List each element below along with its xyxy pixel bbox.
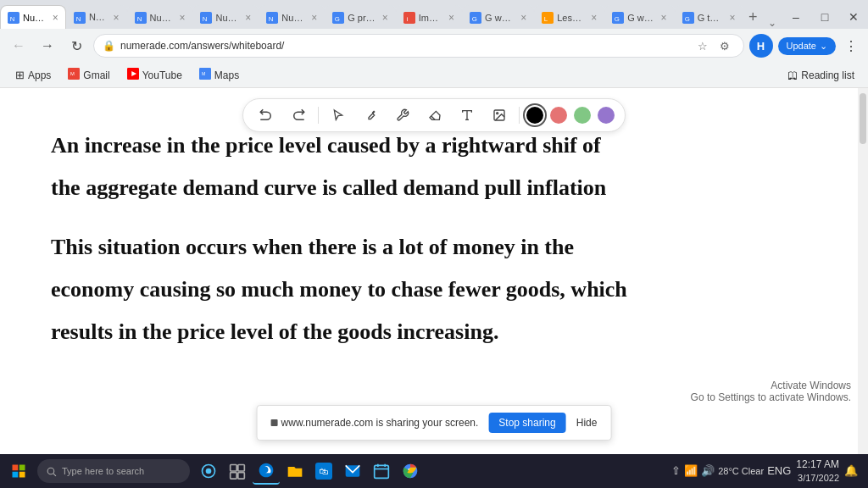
tab-3[interactable]: N Nume... × [127, 5, 193, 29]
pen-tool-button[interactable] [358, 103, 383, 128]
taskbar-chrome-icon[interactable] [397, 458, 424, 485]
forward-button[interactable]: → [36, 34, 59, 58]
color-green[interactable] [574, 107, 591, 124]
eraser-button[interactable] [422, 103, 448, 128]
hide-button[interactable]: Hide [576, 417, 598, 429]
svg-rect-33 [13, 465, 19, 471]
bookmarks-bar: ⊞ Apps M Gmail YouTube M Maps 🕮 Reading … [0, 63, 868, 88]
bookmark-youtube[interactable]: YouTube [120, 66, 189, 84]
svg-text:M: M [70, 71, 75, 76]
taskbar-explorer-icon[interactable] [281, 458, 309, 485]
notifications-icon[interactable]: 🔔 [844, 464, 858, 477]
tab-5-close[interactable]: × [311, 12, 317, 24]
tray-volume-icon[interactable]: 🔊 [701, 464, 715, 477]
taskbar-store-icon[interactable]: 🛍 [310, 458, 337, 485]
bookmark-youtube-label: YouTube [142, 69, 182, 81]
svg-rect-42 [238, 465, 245, 472]
tab-4[interactable]: N Nume... × [192, 5, 259, 29]
taskbar-right: ⇧ 📶 🔊 28°C Clear ENG 12:17 AM 3/17/2022 … [671, 458, 865, 484]
tab-6[interactable]: G G profit... × [325, 5, 396, 29]
tab-4-close[interactable]: × [245, 12, 251, 24]
profile-button[interactable]: H [749, 34, 773, 58]
color-red[interactable] [550, 107, 567, 124]
taskbar-edge-icon[interactable] [253, 458, 280, 485]
tab-6-label: G profit... [348, 13, 376, 23]
tab-11-close[interactable]: × [730, 12, 736, 24]
update-button[interactable]: Update ⌄ [778, 37, 836, 55]
tab-overflow-button[interactable]: ⌄ [763, 17, 782, 29]
tab-9[interactable]: L Lesson... × [534, 5, 604, 29]
minimize-button[interactable]: – [782, 5, 810, 29]
address-bar-row: ← → ↻ 🔒 numerade.com/answers/whiteboard/… [0, 29, 868, 63]
toolbar-divider-2 [519, 107, 520, 124]
tray-up-arrow[interactable]: ⇧ [671, 464, 681, 477]
taskbar: 🛍 ⇧ 📶 🔊 28°C Clear ENG 12:17 AM [0, 454, 868, 488]
tab-6-close[interactable]: × [382, 12, 388, 24]
start-button[interactable] [3, 456, 34, 486]
close-button[interactable]: ✕ [839, 5, 868, 29]
tab-1[interactable]: N Nume... × [0, 5, 66, 29]
tab-8[interactable]: G G when... × [462, 5, 534, 29]
text-tool-button[interactable] [454, 103, 480, 128]
clock[interactable]: 12:17 AM 3/17/2022 [796, 458, 839, 484]
select-tool-button[interactable] [326, 103, 351, 128]
reading-list-button[interactable]: 🕮 Reading list [782, 68, 860, 83]
toolbar-divider-1 [318, 107, 319, 124]
tab-2-close[interactable]: × [114, 12, 120, 24]
bookmark-maps[interactable]: M Maps [192, 66, 246, 84]
tab-9-label: Lesson... [557, 13, 584, 23]
tray-battery-icon[interactable]: 28°C Clear [718, 466, 764, 476]
taskbar-cortana-icon[interactable] [195, 458, 222, 485]
tab-11[interactable]: G G the t... × [675, 5, 743, 29]
maps-icon: M [199, 68, 211, 82]
tools-button[interactable] [390, 103, 415, 128]
system-tray-icons: ⇧ 📶 🔊 28°C Clear ENG [671, 464, 791, 477]
screen-share-bar: www.numerade.com is sharing your screen.… [257, 405, 612, 441]
address-text: numerade.com/answers/whiteboard/ [120, 40, 687, 52]
tab-10-close[interactable]: × [661, 12, 667, 24]
reading-list-icon: 🕮 [787, 69, 798, 81]
tab-9-close[interactable]: × [591, 12, 597, 24]
tab-7[interactable]: i Impac... × [396, 5, 462, 29]
undo-button[interactable] [253, 103, 279, 128]
browser-frame: N Nume... × N N...🔴 × N Nume... × N Nume… [0, 0, 868, 488]
youtube-icon [127, 68, 139, 82]
tab-3-close[interactable]: × [179, 12, 185, 24]
svg-point-32 [497, 113, 498, 114]
stop-sharing-button[interactable]: Stop sharing [488, 413, 565, 433]
extension-icon[interactable]: ⚙ [715, 36, 735, 56]
color-purple[interactable] [598, 107, 615, 124]
taskbar-task-view-icon[interactable] [224, 458, 251, 485]
image-tool-button[interactable] [487, 103, 512, 128]
new-tab-button[interactable]: + [743, 5, 763, 29]
maximize-button[interactable]: □ [810, 5, 839, 29]
bookmark-apps[interactable]: ⊞ Apps [8, 67, 58, 83]
tab-5[interactable]: N Nume... × [259, 5, 325, 29]
svg-point-37 [47, 468, 54, 474]
refresh-button[interactable]: ↻ [64, 34, 88, 58]
back-button[interactable]: ← [7, 34, 31, 58]
taskbar-search[interactable] [37, 459, 190, 483]
tray-network-icon[interactable]: 📶 [684, 464, 698, 477]
scrollbar-thumb[interactable] [860, 93, 866, 144]
svg-rect-35 [13, 472, 19, 478]
taskbar-search-input[interactable] [62, 466, 172, 476]
tab-8-close[interactable]: × [520, 12, 526, 24]
taskbar-mail-icon[interactable] [339, 458, 366, 485]
tray-language-icon[interactable]: ENG [767, 464, 791, 477]
svg-text:N: N [203, 14, 208, 22]
color-black[interactable] [526, 107, 543, 124]
scrollbar[interactable] [858, 88, 868, 454]
tab-10[interactable]: G G what... × [604, 5, 674, 29]
browser-menu-button[interactable]: ⋮ [841, 36, 861, 56]
taskbar-calendar-icon[interactable] [368, 458, 395, 485]
tab-1-close[interactable]: × [53, 12, 58, 24]
address-box[interactable]: 🔒 numerade.com/answers/whiteboard/ ☆ ⚙ [93, 34, 744, 58]
tab-7-close[interactable]: × [448, 12, 454, 24]
svg-point-40 [206, 469, 212, 474]
tab-2[interactable]: N N...🔴 × [66, 5, 127, 29]
redo-button[interactable] [286, 103, 311, 128]
bookmark-page-icon[interactable]: ☆ [693, 36, 713, 56]
bookmark-gmail[interactable]: M Gmail [61, 66, 116, 84]
whiteboard-line-5: results in the price level of the goods … [51, 319, 498, 344]
